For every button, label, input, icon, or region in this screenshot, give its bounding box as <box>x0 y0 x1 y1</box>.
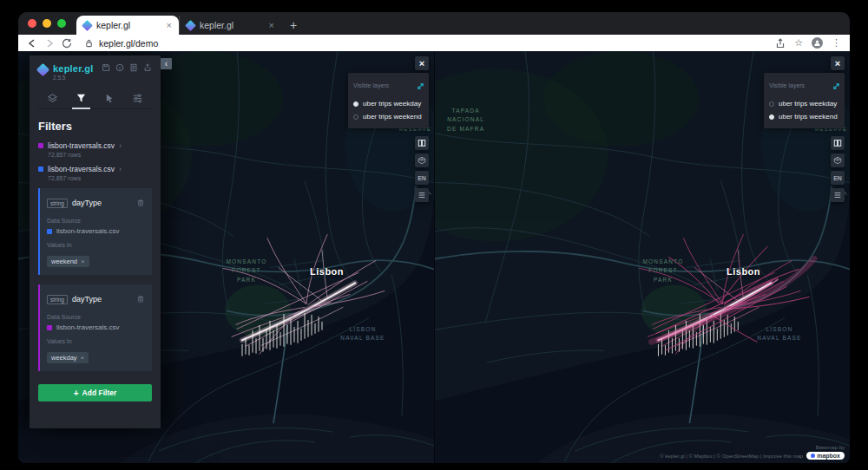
browser-menu-icon[interactable]: ⋮ <box>832 38 841 48</box>
share-icon[interactable] <box>143 63 152 72</box>
kepler-app: TAPADA NACIONAL DE MAFRA RESERVE SA MONS… <box>18 51 850 463</box>
filter-type-badge: string <box>47 199 68 208</box>
window-controls <box>18 12 76 35</box>
values-in-label: Values In <box>47 338 145 344</box>
visible-layers-panel: Visible layers uber trips weekday uber t… <box>348 73 429 128</box>
tab-interactions[interactable] <box>95 89 124 108</box>
add-filter-button[interactable]: + Add Filter <box>38 384 152 401</box>
kepler-logo-icon <box>36 63 50 77</box>
tab-close-icon[interactable]: × <box>167 20 172 30</box>
filter-dataset[interactable]: lisbon-traversals.csv <box>47 323 145 331</box>
layer-radio-weekend[interactable]: uber trips weekend <box>353 110 424 123</box>
toolbar-right: ☆ ⋮ <box>775 37 841 49</box>
tab-basemap[interactable] <box>123 89 152 108</box>
expand-panel-icon[interactable] <box>833 77 839 93</box>
radio-dot-icon <box>769 114 774 120</box>
dataset-row[interactable]: lisbon-traversals.csv › <box>38 165 152 173</box>
new-tab-button[interactable]: + <box>281 16 306 35</box>
legend-button[interactable] <box>415 188 429 202</box>
close-split-map-button[interactable]: × <box>831 56 845 70</box>
brand-name: kepler.gl <box>53 63 93 74</box>
plus-icon: + <box>74 388 79 398</box>
tab-kepler-active[interactable]: kepler.gl × <box>76 16 179 35</box>
docs-icon[interactable] <box>129 63 138 72</box>
browser-toolbar: kepler.gl/demo ☆ ⋮ <box>18 35 850 51</box>
expand-panel-icon[interactable] <box>418 77 424 93</box>
remove-value-icon[interactable]: × <box>81 354 85 362</box>
kepler-favicon-icon <box>185 20 196 31</box>
legend-button[interactable] <box>831 188 845 202</box>
map-controls: EN <box>831 136 845 202</box>
layer-radio-weekend[interactable]: uber trips weekend <box>769 110 839 123</box>
map-attribution: Basemap by © kepler.gl | © Mapbox | © Op… <box>660 445 845 460</box>
visible-layers-title: Visible layers <box>353 82 389 88</box>
toggle-3d-button[interactable] <box>831 153 845 167</box>
collapse-sidebar-button[interactable]: ‹ <box>161 58 172 69</box>
tab-title: kepler.gl <box>200 20 264 30</box>
side-panel: kepler.gl 2.5.5 <box>30 55 161 428</box>
chevron-right-icon: › <box>119 141 122 150</box>
panel-title: Filters <box>38 120 152 133</box>
trash-icon[interactable] <box>136 195 145 211</box>
locale-button[interactable]: EN <box>831 171 845 185</box>
tab-layers[interactable] <box>38 89 67 108</box>
filter-value-chip: weekend × <box>47 256 89 267</box>
layer-radio-weekday[interactable]: uber trips weekday <box>769 97 839 110</box>
tab-kepler-inactive[interactable]: kepler.gl × <box>179 16 281 35</box>
save-icon[interactable] <box>102 63 110 72</box>
share-icon[interactable] <box>775 38 786 49</box>
split-map-toggle-button[interactable] <box>415 136 429 150</box>
bookmark-star-icon[interactable]: ☆ <box>794 38 803 48</box>
filter-type-badge: string <box>47 295 68 304</box>
dataset-color-icon <box>47 325 52 330</box>
minimize-window-button[interactable] <box>43 19 51 28</box>
url-text: kepler.gl/demo <box>99 38 158 49</box>
back-icon[interactable] <box>27 38 37 49</box>
filter-field[interactable]: dayType <box>72 199 132 207</box>
chevron-right-icon: › <box>119 165 122 173</box>
reload-icon[interactable] <box>62 38 72 49</box>
dataset-color-icon <box>38 166 43 172</box>
kepler-favicon-icon <box>82 20 93 31</box>
dataset-color-icon <box>38 143 43 148</box>
filter-dataset[interactable]: lisbon-traversals.csv <box>47 227 145 235</box>
attribution-links[interactable]: © kepler.gl | © Mapbox | © OpenStreetMap… <box>660 454 803 459</box>
trash-icon[interactable] <box>136 291 145 307</box>
mapbox-logo[interactable]: mapbox <box>806 452 845 460</box>
close-split-map-button[interactable]: × <box>415 56 429 70</box>
filter-card: string dayType Data Source lisbon-traver… <box>38 284 152 371</box>
filter-field[interactable]: dayType <box>72 295 132 304</box>
side-panel-header: kepler.gl 2.5.5 <box>38 63 152 81</box>
toggle-3d-button[interactable] <box>415 153 429 167</box>
map-controls: EN <box>415 136 429 202</box>
dataset-rowcount: 72,857 rows <box>48 152 152 158</box>
dataset-rowcount: 72,857 rows <box>48 175 152 181</box>
address-bar[interactable]: kepler.gl/demo <box>84 38 768 49</box>
attribution-basemap-text: Basemap by <box>816 445 845 450</box>
dataset-row[interactable]: lisbon-traversals.csv › <box>38 141 152 150</box>
forward-icon[interactable] <box>44 38 55 49</box>
visible-layers-title: Visible layers <box>769 82 805 88</box>
split-map-toggle-button[interactable] <box>831 136 845 150</box>
dataset-color-icon <box>47 229 52 234</box>
remove-value-icon[interactable]: × <box>81 258 85 265</box>
radio-dot-icon <box>353 101 358 107</box>
tab-filters[interactable] <box>67 89 95 108</box>
data-source-label: Data Source <box>47 314 145 320</box>
visible-layers-panel: Visible layers uber trips weekday uber t… <box>764 73 845 128</box>
locale-button[interactable]: EN <box>415 171 429 185</box>
close-window-button[interactable] <box>28 19 36 28</box>
radio-dot-icon <box>769 101 774 107</box>
tab-strip: kepler.gl × kepler.gl × + <box>18 12 850 35</box>
layer-radio-weekday[interactable]: uber trips weekday <box>353 97 424 110</box>
filter-card: string dayType Data Source lisbon-traver… <box>38 188 152 275</box>
filter-value-chip: weekday × <box>47 352 89 363</box>
version-label: 2.5.5 <box>53 75 93 81</box>
tab-close-icon[interactable]: × <box>269 20 274 30</box>
info-icon[interactable] <box>115 63 124 72</box>
values-in-label: Values In <box>47 242 145 248</box>
radio-dot-icon <box>353 114 358 120</box>
zoom-window-button[interactable] <box>57 19 66 28</box>
profile-avatar[interactable] <box>812 37 823 49</box>
data-source-label: Data Source <box>47 218 145 224</box>
